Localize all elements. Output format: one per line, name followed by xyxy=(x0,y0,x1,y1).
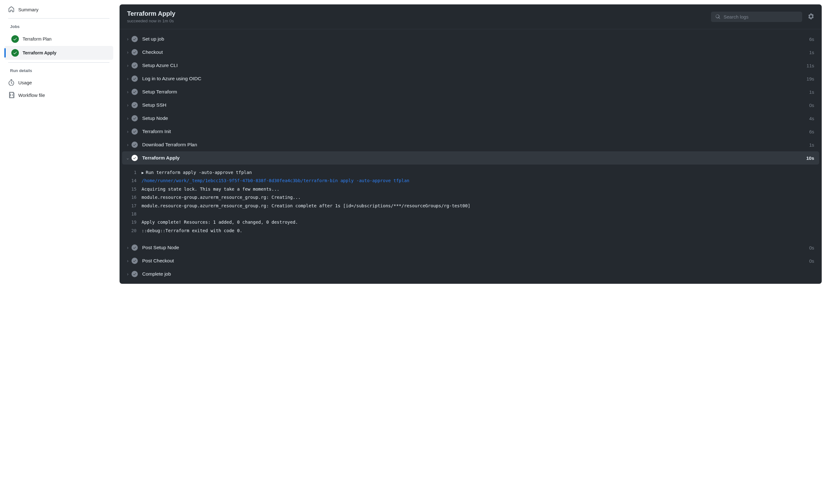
job-terraform-apply[interactable]: Terraform Apply xyxy=(4,46,113,60)
stopwatch-icon xyxy=(8,79,14,86)
search-icon xyxy=(715,14,720,19)
job-label: Terraform Plan xyxy=(23,37,52,42)
chevron-right-icon: › xyxy=(125,102,130,108)
step-row[interactable]: › Setup Azure CLI 11s xyxy=(122,59,819,72)
step-row[interactable]: › Set up job 6s xyxy=(122,32,819,46)
line-number: 19 xyxy=(125,219,141,225)
summary-label: Summary xyxy=(18,7,38,12)
jobs-header: Jobs xyxy=(4,21,113,32)
log-line: 20 ::debug::Terraform exited with code 0… xyxy=(125,226,816,235)
divider xyxy=(8,62,110,62)
step-duration: 0s xyxy=(809,245,814,250)
step-duration: 1s xyxy=(809,89,814,95)
step-row[interactable]: › Complete job xyxy=(122,267,819,281)
log-output: 1 ▶Run terraform apply -auto-approve tfp… xyxy=(122,165,819,241)
step-row[interactable]: › Setup Terraform 1s xyxy=(122,85,819,98)
usage-nav[interactable]: Usage xyxy=(4,76,113,89)
step-duration: 0s xyxy=(809,258,814,264)
step-name: Complete job xyxy=(142,271,814,277)
step-success-icon xyxy=(131,115,138,121)
step-name: Post Setup Node xyxy=(142,245,809,250)
line-number: 17 xyxy=(125,202,141,209)
line-number: 20 xyxy=(125,227,141,234)
line-number: 1 xyxy=(125,169,141,176)
log-line: 19 Apply complete! Resources: 1 added, 0… xyxy=(125,218,816,226)
workflow-file-nav[interactable]: Workflow file xyxy=(4,89,113,101)
steps-list: › Set up job 6s › Checkout 1s › Setup Az… xyxy=(120,29,822,284)
log-content: module.resource-group.azurerm_resource_g… xyxy=(141,194,301,201)
line-number: 16 xyxy=(125,194,141,201)
chevron-right-icon: › xyxy=(125,37,130,42)
step-duration: 10s xyxy=(806,156,814,161)
step-row[interactable]: › Log in to Azure using OIDC 19s xyxy=(122,72,819,85)
settings-button[interactable] xyxy=(808,13,814,20)
step-duration: 1s xyxy=(809,142,814,148)
step-row[interactable]: › Setup SSH 0s xyxy=(122,98,819,112)
step-name: Post Checkout xyxy=(142,258,809,264)
log-line: 14 /home/runner/work/_temp/1ebcc153-9f5f… xyxy=(125,176,816,185)
log-line: 18 xyxy=(125,210,816,218)
step-success-icon xyxy=(131,271,138,277)
success-check-icon xyxy=(11,35,19,43)
step-duration: 1s xyxy=(809,50,814,55)
chevron-right-icon: › xyxy=(125,116,130,121)
step-name: Setup SSH xyxy=(142,102,809,108)
step-name: Setup Terraform xyxy=(142,89,809,95)
step-success-icon xyxy=(131,141,138,148)
home-icon xyxy=(8,6,14,12)
chevron-right-icon: › xyxy=(125,50,130,55)
gear-icon xyxy=(808,13,814,19)
log-content: Acquiring state lock. This may take a fe… xyxy=(141,185,279,193)
log-line: 17 module.resource-group.azurerm_resourc… xyxy=(125,202,816,210)
log-content: ::debug::Terraform exited with code 0. xyxy=(141,227,242,234)
log-content: /home/runner/work/_temp/1ebcc153-9f5f-47… xyxy=(141,177,409,184)
disclosure-icon: ▶ xyxy=(141,170,144,175)
step-success-icon xyxy=(131,89,138,95)
step-success-icon xyxy=(131,245,138,251)
workflow-file-icon xyxy=(8,92,14,98)
chevron-right-icon: › xyxy=(125,142,130,147)
step-row[interactable]: › Post Checkout 0s xyxy=(122,254,819,267)
step-success-icon xyxy=(131,76,138,82)
step-success-icon xyxy=(131,102,138,108)
main-panel: Terraform Apply succeeded now in 1m 0s ›… xyxy=(120,4,822,284)
log-line: 1 ▶Run terraform apply -auto-approve tfp… xyxy=(125,168,816,176)
divider xyxy=(8,18,110,18)
step-duration: 6s xyxy=(809,37,814,42)
chevron-right-icon: › xyxy=(125,63,130,68)
step-duration: 11s xyxy=(806,63,814,68)
step-name: Download Terraform Plan xyxy=(142,142,809,148)
usage-label: Usage xyxy=(18,80,32,85)
log-content: ▶Run terraform apply -auto-approve tfpla… xyxy=(141,169,252,176)
step-row[interactable]: ⌄ Terraform Apply 10s xyxy=(122,151,819,165)
chevron-right-icon: › xyxy=(125,76,130,81)
step-name: Checkout xyxy=(142,49,809,55)
chevron-right-icon: › xyxy=(125,89,130,94)
step-row[interactable]: › Checkout 1s xyxy=(122,46,819,59)
step-name: Log in to Azure using OIDC xyxy=(142,76,806,82)
step-success-icon xyxy=(131,49,138,55)
step-row[interactable]: › Post Setup Node 0s xyxy=(122,241,819,254)
job-terraform-plan[interactable]: Terraform Plan xyxy=(4,32,113,46)
chevron-right-icon: › xyxy=(125,129,130,134)
step-success-icon xyxy=(131,155,138,161)
run-details-header: Run details xyxy=(4,65,113,76)
line-number: 15 xyxy=(125,185,141,193)
chevron-right-icon: › xyxy=(125,258,130,263)
step-row[interactable]: › Download Terraform Plan 1s xyxy=(122,138,819,151)
step-success-icon xyxy=(131,128,138,135)
step-row[interactable]: › Terraform Init 6s xyxy=(122,125,819,138)
chevron-right-icon: › xyxy=(125,271,130,277)
main-header: Terraform Apply succeeded now in 1m 0s xyxy=(120,4,822,29)
log-line: 15 Acquiring state lock. This may take a… xyxy=(125,185,816,193)
step-name: Terraform Init xyxy=(142,129,809,134)
summary-nav[interactable]: Summary xyxy=(4,3,113,16)
sidebar: Summary Jobs Terraform Plan Terraform Ap… xyxy=(0,0,120,284)
step-duration: 4s xyxy=(809,116,814,121)
step-duration: 6s xyxy=(809,129,814,134)
line-number: 14 xyxy=(125,177,141,184)
page-subtitle: succeeded now in 1m 0s xyxy=(127,18,175,23)
step-row[interactable]: › Setup Node 4s xyxy=(122,112,819,125)
search-input[interactable] xyxy=(723,14,798,19)
search-logs[interactable] xyxy=(711,12,802,22)
